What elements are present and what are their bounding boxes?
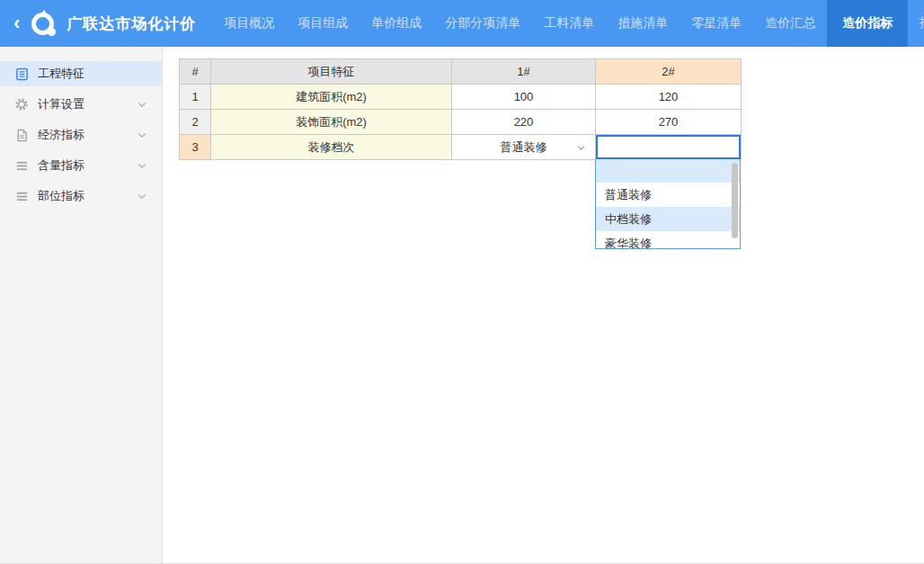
- dropdown-scrollbar-thumb[interactable]: [732, 163, 738, 238]
- top-nav: ‹ 广联达市场化计价 项目概况 项目组成 单价组成 分部分项清单 工料清单 措施…: [0, 0, 924, 47]
- main-area: # 项目特征 1# 2# 1 建筑面积(m2) 100 120 2: [163, 47, 924, 563]
- col-header-feature[interactable]: 项目特征: [211, 59, 452, 85]
- table-row: 1 建筑面积(m2) 100 120: [180, 85, 742, 110]
- gear-icon: [14, 97, 29, 112]
- col-header-index[interactable]: #: [180, 59, 211, 85]
- dropdown-option-ordinary[interactable]: 普通装修: [596, 183, 740, 207]
- nav-item-cost-indicators[interactable]: 造价指标: [827, 0, 908, 47]
- row-number-cell[interactable]: 2: [180, 110, 211, 135]
- sidebar-item-project-features[interactable]: 工程特征: [0, 61, 162, 86]
- chevron-down-icon[interactable]: [576, 142, 586, 152]
- nav-item-measures-list[interactable]: 措施清单: [606, 0, 680, 47]
- nav-item-sundry-list[interactable]: 零星清单: [680, 0, 753, 47]
- header-row: # 项目特征 1# 2#: [180, 59, 742, 85]
- dropdown-panel: 普通装修 中档装修 豪华装修: [595, 159, 741, 249]
- nav-item-project-structure[interactable]: 项目组成: [286, 0, 360, 47]
- table-row: 3 装修档次 普通装修: [180, 135, 742, 160]
- row-number-cell[interactable]: 1: [180, 85, 211, 110]
- app-title: 广联达市场化计价: [67, 13, 196, 34]
- value-cell[interactable]: 100: [452, 85, 596, 110]
- top-nav-menu: 项目概况 项目组成 单价组成 分部分项清单 工料清单 措施清单 零星清单 造价汇…: [212, 0, 924, 47]
- feature-cell[interactable]: 装饰面积(m2): [211, 110, 452, 135]
- sidebar-item-calc-settings[interactable]: 计算设置: [0, 92, 162, 117]
- feature-cell[interactable]: 装修档次: [211, 135, 452, 160]
- sidebar-item-label: 含量指标: [38, 157, 84, 174]
- sidebar-item-position-indicators[interactable]: 部位指标: [0, 184, 162, 209]
- dropdown-option-mid-grade[interactable]: 中档装修: [596, 207, 740, 231]
- chevron-down-icon: [137, 160, 147, 171]
- content-area: 工程特征 计算设置 经济指标: [0, 47, 924, 563]
- sidebar: 工程特征 计算设置 经济指标: [0, 47, 163, 563]
- app-window: ‹ 广联达市场化计价 项目概况 项目组成 单价组成 分部分项清单 工料清单 措施…: [0, 0, 924, 564]
- app-logo-icon: [31, 12, 56, 36]
- dropdown-option-empty[interactable]: [596, 159, 740, 183]
- value-cell[interactable]: 220: [452, 110, 596, 135]
- nav-item-labor-material-list[interactable]: 工料清单: [532, 0, 606, 47]
- back-button[interactable]: ‹: [13, 13, 20, 33]
- file-icon: [14, 128, 29, 142]
- feature-cell[interactable]: 建筑面积(m2): [211, 85, 452, 110]
- sidebar-item-label: 部位指标: [38, 188, 84, 204]
- features-table: # 项目特征 1# 2# 1 建筑面积(m2) 100 120 2: [179, 58, 742, 160]
- nav-item-cost-summary[interactable]: 造价汇总: [753, 0, 827, 47]
- chevron-down-icon: [137, 130, 147, 140]
- top-nav-brand: ‹ 广联达市场化计价: [0, 0, 196, 47]
- value-cell[interactable]: 270: [596, 110, 742, 135]
- sidebar-item-economic-indicators[interactable]: 经济指标: [0, 122, 162, 148]
- sidebar-item-label: 计算设置: [38, 96, 84, 112]
- nav-item-unit-price-makeup[interactable]: 单价组成: [360, 0, 433, 47]
- document-icon: [14, 67, 29, 81]
- list-icon: [14, 158, 29, 173]
- value-cell[interactable]: 120: [596, 85, 742, 110]
- selected-value-cell[interactable]: [596, 135, 742, 160]
- col-header-1[interactable]: 1#: [452, 59, 596, 85]
- chevron-down-icon: [137, 191, 147, 201]
- nav-item-reports[interactable]: 报表: [908, 0, 924, 47]
- col-header-2[interactable]: 2#: [596, 59, 742, 85]
- dropdown-option-luxury[interactable]: 豪华装修: [596, 231, 740, 249]
- nav-item-subdivision-list[interactable]: 分部分项清单: [433, 0, 532, 47]
- sidebar-item-content-indicators[interactable]: 含量指标: [0, 153, 162, 178]
- list-icon: [14, 189, 29, 203]
- sidebar-item-label: 经济指标: [38, 127, 84, 143]
- dressing-grade-dropdown-cell[interactable]: 普通装修: [452, 135, 596, 160]
- sidebar-item-label: 工程特征: [38, 66, 84, 82]
- nav-item-project-overview[interactable]: 项目概况: [212, 0, 286, 47]
- dropdown-value-label: 普通装修: [501, 140, 547, 154]
- chevron-down-icon: [137, 99, 147, 110]
- table-row: 2 装饰面积(m2) 220 270: [180, 110, 742, 135]
- row-number-cell[interactable]: 3: [180, 135, 211, 160]
